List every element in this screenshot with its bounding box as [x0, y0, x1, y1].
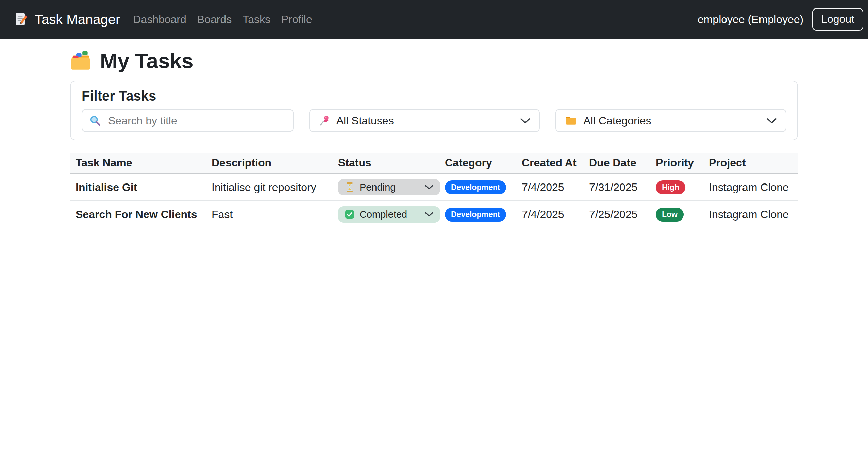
chevron-down-icon	[425, 185, 433, 190]
task-name-cell: Search For New Clients	[70, 201, 206, 228]
due-date-cell: 7/25/2025	[584, 201, 650, 228]
check-mark-icon	[345, 210, 354, 219]
user-label: employee (Employee)	[698, 13, 803, 26]
table-body: Initialise Git Initialise git repository	[70, 174, 798, 228]
description-cell: Fast	[206, 201, 333, 228]
card-index-dividers-icon	[70, 51, 91, 71]
page-title-label: My Tasks	[100, 48, 194, 73]
table-header-row: Task Name Description Status Category Cr…	[70, 153, 798, 174]
header-due-date: Due Date	[584, 153, 650, 174]
table-row: Initialise Git Initialise git repository	[70, 174, 798, 201]
navbar-right: employee (Employee) Logout	[698, 8, 863, 31]
status-select[interactable]: Completed	[338, 206, 440, 223]
hourglass-icon	[345, 182, 354, 192]
header-task-name: Task Name	[70, 153, 206, 174]
chevron-down-icon	[520, 118, 530, 124]
chevron-down-icon	[425, 212, 433, 217]
filter-row: All Statuses All Categories	[82, 109, 786, 132]
status-filter-value: All Statuses	[336, 115, 394, 127]
status-filter-select[interactable]: All Statuses	[309, 109, 540, 132]
pushpin-icon	[319, 115, 330, 126]
filter-title: Filter Tasks	[82, 88, 786, 104]
category-badge: Development	[445, 180, 506, 194]
logout-button[interactable]: Logout	[812, 8, 863, 31]
category-filter-value: All Categories	[583, 115, 651, 127]
nav-link-dashboard[interactable]: Dashboard	[128, 8, 192, 31]
created-at-cell: 7/4/2025	[516, 201, 584, 228]
search-icon	[89, 115, 101, 127]
priority-badge: Low	[656, 208, 684, 222]
priority-badge: High	[656, 180, 685, 194]
navbar: Task Manager Dashboard Boards Tasks Prof…	[0, 0, 868, 39]
header-status: Status	[333, 153, 439, 174]
nav-link-tasks[interactable]: Tasks	[237, 8, 276, 31]
table-row: Search For New Clients Fast	[70, 201, 798, 228]
nav-links: Dashboard Boards Tasks Profile	[128, 8, 317, 31]
status-label: Completed	[360, 209, 407, 220]
header-category: Category	[439, 153, 516, 174]
search-input[interactable]	[82, 109, 294, 132]
header-created-at: Created At	[516, 153, 584, 174]
nav-link-boards[interactable]: Boards	[192, 8, 237, 31]
task-name-cell: Initialise Git	[70, 174, 206, 201]
category-filter-select[interactable]: All Categories	[555, 109, 786, 132]
page-title: My Tasks	[70, 48, 798, 73]
header-project: Project	[703, 153, 798, 174]
nav-link-profile[interactable]: Profile	[276, 8, 318, 31]
brand-label: Task Manager	[35, 12, 120, 27]
memo-icon	[14, 12, 29, 27]
status-select[interactable]: Pending	[338, 179, 440, 195]
status-label: Pending	[360, 182, 396, 193]
header-description: Description	[206, 153, 333, 174]
description-cell: Initialise git repository	[206, 174, 333, 201]
header-priority: Priority	[650, 153, 703, 174]
main-content: My Tasks Filter Tasks	[70, 48, 798, 228]
chevron-down-icon	[767, 118, 777, 124]
folder-icon	[565, 115, 577, 126]
filter-card: Filter Tasks	[70, 81, 798, 140]
project-cell: Instagram Clone	[703, 174, 798, 201]
brand-link[interactable]: Task Manager	[14, 12, 120, 27]
project-cell: Instagram Clone	[703, 201, 798, 228]
due-date-cell: 7/31/2025	[584, 174, 650, 201]
tasks-table: Task Name Description Status Category Cr…	[70, 153, 798, 228]
created-at-cell: 7/4/2025	[516, 174, 584, 201]
search-field-wrap	[82, 109, 294, 132]
category-badge: Development	[445, 208, 506, 222]
